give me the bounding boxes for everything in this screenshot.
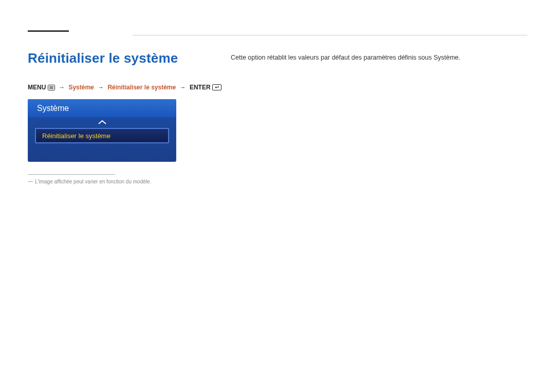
osd-item-reset-system[interactable]: Réinitialiser le système <box>35 128 169 143</box>
breadcrumb: MENU → Système → Réinitialiser le systèm… <box>28 84 231 91</box>
breadcrumb-arrow: → <box>59 84 65 91</box>
breadcrumb-enter-label: ENTER <box>190 84 211 91</box>
chevron-up-icon <box>98 120 107 125</box>
osd-header-label: Système <box>37 104 69 113</box>
footnote: ―L'image affichée peut varier en fonctio… <box>28 179 231 184</box>
footnote-rule <box>28 174 115 175</box>
top-rule-thick <box>28 30 69 32</box>
footnote-text: L'image affichée peut varier en fonction… <box>35 179 151 184</box>
top-rule <box>28 35 527 36</box>
footnote-dash: ― <box>28 178 33 184</box>
page: Réinitialiser le système MENU → Système … <box>0 0 555 392</box>
osd-header: Système <box>28 99 176 118</box>
breadcrumb-arrow: → <box>180 84 186 91</box>
right-column: Cette option rétablit les valeurs par dé… <box>231 50 527 184</box>
breadcrumb-path-2: Réinitialiser le système <box>107 84 176 91</box>
breadcrumb-path-1: Système <box>68 84 94 91</box>
breadcrumb-arrow: → <box>98 84 104 91</box>
breadcrumb-menu-label: MENU <box>28 84 46 91</box>
page-heading: Réinitialiser le système <box>28 50 231 66</box>
osd-panel: Système Réinitialiser le système <box>28 99 176 162</box>
left-column: Réinitialiser le système MENU → Système … <box>28 50 231 184</box>
osd-item-label: Réinitialiser le système <box>42 132 110 140</box>
content: Réinitialiser le système MENU → Système … <box>28 50 527 184</box>
menu-icon <box>48 84 57 91</box>
description-text: Cette option rétablit les valeurs par dé… <box>231 50 527 63</box>
osd-scroll-up[interactable] <box>28 118 176 128</box>
enter-icon <box>212 84 221 91</box>
top-rule-thin <box>133 35 527 35</box>
